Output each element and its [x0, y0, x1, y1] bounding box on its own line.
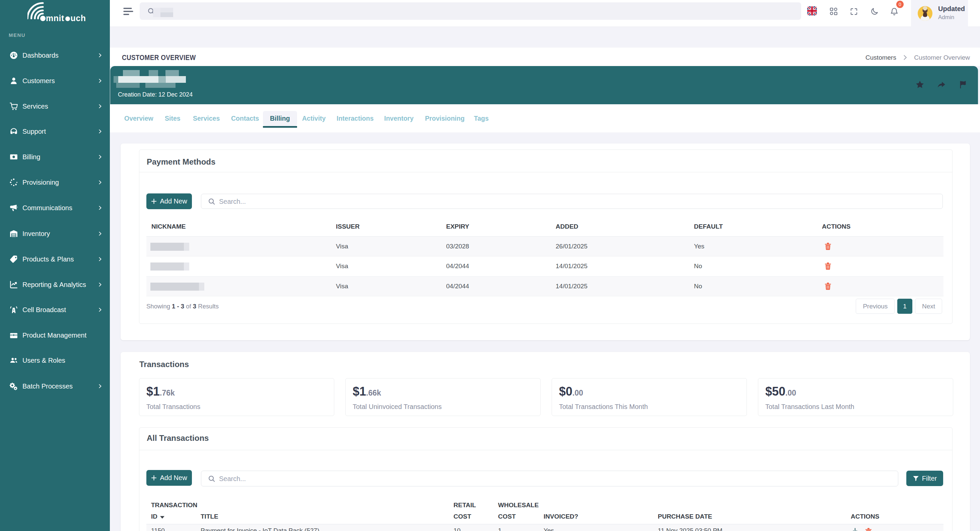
- svg-text:uch: uch: [71, 13, 86, 22]
- svg-text:mnit: mnit: [46, 13, 64, 22]
